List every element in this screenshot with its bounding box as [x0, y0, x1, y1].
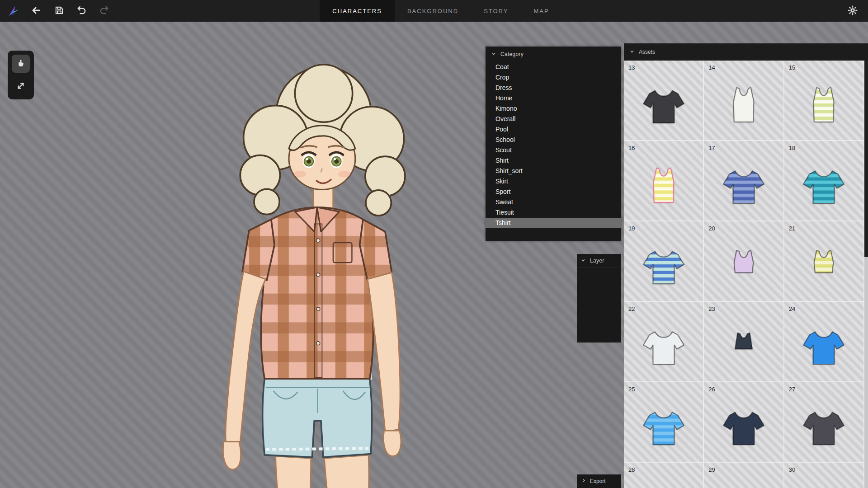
back-arrow-icon	[31, 5, 41, 17]
asset-thumbnail	[784, 155, 863, 218]
layer-panel-title: Layer	[590, 258, 604, 264]
category-item-school[interactable]: School	[486, 135, 621, 145]
asset-cell-16[interactable]: 16	[624, 141, 704, 221]
asset-number: 29	[708, 466, 715, 473]
assets-scrollbar-thumb[interactable]	[864, 61, 868, 257]
gear-icon	[848, 5, 858, 17]
save-button[interactable]	[51, 3, 67, 19]
asset-number: 24	[789, 305, 795, 312]
settings-button[interactable]	[844, 3, 861, 19]
category-panel: Category CoatCropDressHomeKimonoOverallP…	[486, 47, 621, 241]
category-item-tiesuit[interactable]: Tiesuit	[486, 207, 621, 218]
topbar-right-tools	[844, 3, 868, 19]
asset-cell-14[interactable]: 14	[704, 61, 784, 141]
asset-cell-15[interactable]: 15	[784, 61, 864, 141]
asset-number: 17	[708, 145, 715, 151]
app-logo-icon[interactable]	[5, 2, 22, 19]
asset-cell-18[interactable]: 18	[784, 141, 864, 221]
hand-tool-button[interactable]	[12, 55, 30, 73]
asset-number: 15	[789, 64, 795, 71]
category-item-sweat[interactable]: Sweat	[486, 197, 621, 207]
tab-background[interactable]: BACKGROUND	[395, 0, 471, 22]
asset-thumbnail	[784, 315, 863, 379]
chevron-right-icon	[581, 478, 586, 484]
asset-cell-24[interactable]: 24	[784, 302, 864, 382]
asset-cell-27[interactable]: 27	[784, 382, 864, 463]
diagonal-resize-icon	[16, 81, 25, 92]
asset-number: 23	[708, 305, 715, 312]
category-item-crop[interactable]: Crop	[486, 72, 621, 83]
character-illustration[interactable]	[183, 55, 415, 488]
asset-thumbnail	[624, 74, 703, 137]
asset-cell-23[interactable]: 23	[704, 302, 784, 382]
app-root: CHARACTERS BACKGROUND STORY MAP	[0, 0, 868, 488]
back-button[interactable]	[28, 3, 44, 19]
asset-number: 20	[708, 225, 715, 232]
layer-list-empty	[577, 267, 621, 343]
asset-number: 13	[628, 64, 635, 71]
category-item-coat[interactable]: Coat	[486, 62, 621, 72]
asset-cell-13[interactable]: 13	[624, 61, 704, 141]
category-item-overall[interactable]: Overall	[486, 114, 621, 124]
redo-icon	[99, 5, 109, 17]
asset-cell-29[interactable]: 29	[704, 463, 784, 488]
category-item-skirt[interactable]: Skirt	[486, 176, 621, 187]
asset-thumbnail	[784, 476, 863, 488]
asset-cell-28[interactable]: 28	[624, 463, 704, 488]
category-item-scout[interactable]: Scout	[486, 145, 621, 155]
asset-thumbnail	[624, 155, 703, 218]
category-list: CoatCropDressHomeKimonoOverallPoolSchool…	[486, 62, 621, 228]
redo-button[interactable]	[96, 3, 112, 19]
category-item-sport[interactable]: Sport	[486, 187, 621, 197]
layer-panel-header[interactable]: Layer	[577, 254, 621, 267]
topbar: CHARACTERS BACKGROUND STORY MAP	[0, 0, 868, 22]
scale-tool-button[interactable]	[12, 77, 30, 95]
tool-palette	[8, 51, 34, 99]
asset-cell-20[interactable]: 20	[704, 221, 784, 302]
category-item-pool[interactable]: Pool	[486, 124, 621, 135]
assets-panel-title: Assets	[639, 49, 655, 55]
tab-story[interactable]: STORY	[471, 0, 521, 22]
asset-thumbnail	[704, 396, 783, 459]
category-item-tshirt[interactable]: Tshirt	[486, 218, 621, 228]
category-item-shirt[interactable]: Shirt	[486, 155, 621, 166]
export-row[interactable]: Export	[577, 474, 621, 488]
asset-thumbnail	[784, 74, 863, 137]
asset-thumbnail	[624, 315, 703, 379]
tab-characters[interactable]: CHARACTERS	[320, 0, 395, 22]
chevron-down-icon	[491, 51, 496, 58]
category-item-dress[interactable]: Dress	[486, 83, 621, 93]
canvas[interactable]: Category CoatCropDressHomeKimonoOverallP…	[0, 22, 868, 488]
pointer-hand-icon	[16, 58, 25, 70]
assets-scrollbar[interactable]	[864, 61, 868, 488]
asset-thumbnail	[784, 396, 863, 459]
category-item-shirt_sort[interactable]: Shirt_sort	[486, 166, 621, 176]
asset-cell-21[interactable]: 21	[784, 221, 864, 302]
asset-cell-22[interactable]: 22	[624, 302, 704, 382]
asset-cell-19[interactable]: 19	[624, 221, 704, 302]
category-panel-header[interactable]: Category	[486, 47, 621, 62]
asset-thumbnail	[704, 74, 783, 137]
chevron-down-icon	[580, 258, 586, 264]
asset-cell-17[interactable]: 17	[704, 141, 784, 221]
category-item-kimono[interactable]: Kimono	[486, 103, 621, 114]
asset-thumbnail	[624, 235, 703, 298]
asset-cell-30[interactable]: 30	[784, 463, 864, 488]
asset-thumbnail	[704, 155, 783, 218]
asset-cell-26[interactable]: 26	[704, 382, 784, 463]
asset-number: 25	[628, 386, 635, 393]
chevron-down-icon	[629, 49, 635, 56]
asset-number: 27	[789, 386, 795, 393]
undo-button[interactable]	[73, 3, 90, 19]
asset-number: 22	[628, 305, 635, 312]
assets-panel: Assets 131415161718192021222324252627282…	[624, 43, 868, 488]
asset-thumbnail	[784, 235, 863, 298]
export-label: Export	[590, 478, 606, 484]
asset-thumbnail	[704, 235, 783, 298]
main-tabs: CHARACTERS BACKGROUND STORY MAP	[320, 0, 561, 22]
tab-map[interactable]: MAP	[521, 0, 561, 22]
category-item-home[interactable]: Home	[486, 93, 621, 103]
asset-cell-25[interactable]: 25	[624, 382, 704, 463]
undo-icon	[76, 5, 87, 17]
assets-panel-header[interactable]: Assets	[624, 43, 868, 61]
